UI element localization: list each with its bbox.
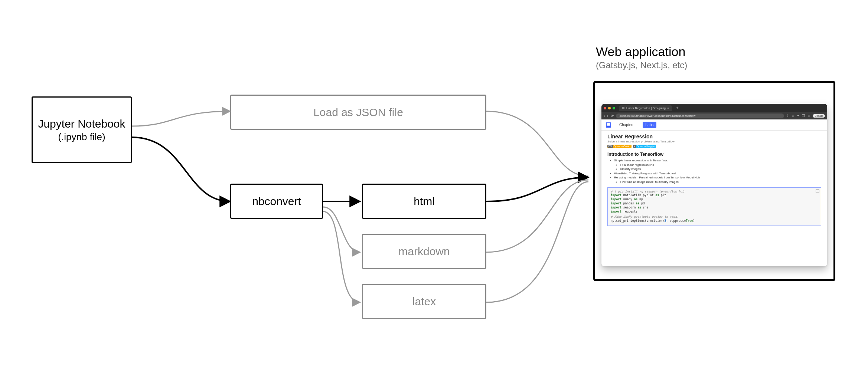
list-item: Fine tune an image model to classify ima… (620, 180, 821, 184)
bookmark-icon[interactable]: ❐ (802, 114, 805, 118)
forward-icon[interactable]: › (607, 114, 608, 118)
node-label: html (414, 194, 435, 208)
webapp-title: Web application (596, 45, 685, 59)
badge-colab[interactable]: COOpen in Colab (607, 145, 632, 148)
share-icon[interactable]: ⇧ (786, 114, 789, 118)
back-icon[interactable]: ‹ (604, 114, 605, 118)
traffic-light-min-icon[interactable] (608, 107, 611, 109)
tab-close-icon[interactable]: × (667, 106, 669, 110)
node-subtitle: (.ipynb file) (58, 131, 105, 143)
traffic-light-close-icon[interactable] (604, 107, 606, 109)
list-item: Fit a linear regression line (620, 163, 821, 167)
nav-chapters[interactable]: Chapters (616, 122, 637, 128)
browser-addrbar: ‹ › ⟳ localhost:8000/labs/viewer?lesson=… (601, 112, 827, 119)
node-load-json: Load as JSON file (230, 95, 486, 130)
section-heading: Introduction to Tensorflow (607, 152, 821, 157)
node-title: Jupyter Notebook (38, 117, 125, 131)
node-html: html (362, 184, 486, 219)
node-jupyter-notebook: Jupyter Notebook (.ipynb file) (32, 96, 132, 163)
toc-list: Simple linear regression with Tensorflow… (614, 158, 821, 184)
code-block: # ! pip install -q seaborn tensorflow_hu… (607, 187, 821, 226)
browser-tab[interactable]: Linear Regression | Designing × (619, 105, 672, 111)
profile-icon[interactable]: ☺ (807, 114, 810, 118)
reload-icon[interactable]: ⟳ (611, 114, 614, 118)
favicon-icon (622, 107, 624, 109)
node-label: markdown (398, 244, 450, 259)
node-latex: latex (362, 284, 486, 319)
traffic-light-max-icon[interactable] (613, 107, 615, 109)
url-bar[interactable]: localhost:8000/labs/viewer?lesson=introd… (616, 114, 784, 118)
webapp-subtitle: (Gatsby.js, Next.js, etc) (596, 60, 687, 70)
node-label: latex (412, 295, 436, 309)
list-item: Visualizing Training Progress with Tenso… (614, 171, 821, 176)
page-content: Linear Regression Solve a linear regress… (601, 131, 827, 229)
list-item: Re-using models - Pretrained models from… (614, 175, 821, 184)
tab-title: Linear Regression | Designing (626, 106, 666, 110)
copy-icon[interactable] (816, 189, 819, 193)
node-markdown: markdown (362, 234, 486, 269)
star-icon[interactable]: ☆ (792, 114, 794, 118)
page-nav: Chapters Labs (601, 119, 827, 131)
node-nbconvert: nbconvert (230, 184, 323, 219)
node-label: Load as JSON file (313, 105, 403, 119)
new-tab-icon[interactable]: + (676, 105, 679, 111)
badge-kaggle[interactable]: kOpen in Kaggle (633, 145, 656, 148)
browser-tabbar: Linear Regression | Designing × + (601, 104, 827, 112)
site-logo-icon[interactable] (606, 122, 611, 128)
update-button[interactable]: Update (813, 114, 825, 118)
browser-window: Linear Regression | Designing × + ‹ › ⟳ … (601, 104, 827, 266)
nav-labs[interactable]: Labs (643, 122, 657, 128)
list-item: Classify images (620, 167, 821, 171)
extensions-icon[interactable]: ✦ (797, 114, 800, 118)
page-subtitle: Solve a linear regression problem using … (607, 140, 821, 143)
page-title: Linear Regression (607, 134, 821, 139)
node-label: nbconvert (252, 194, 301, 208)
badges: COOpen in Colab kOpen in Kaggle (607, 145, 821, 148)
list-item: Simple linear regression with Tensorflow… (614, 158, 821, 171)
